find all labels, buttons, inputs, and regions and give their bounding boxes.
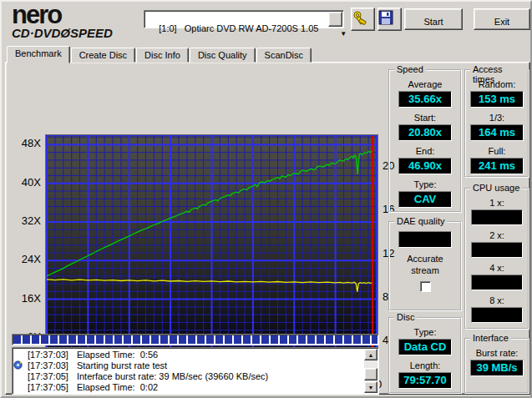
tab-benchmark[interactable]: Benchmark [7, 46, 70, 63]
access-times-group: Access times Random:153 ms1/3:164 msFull… [464, 69, 529, 178]
y-left-tick-label: 24X [6, 253, 41, 265]
drive-select-value: [1:0] Optiarc DVD RW AD-7200S 1.05 [159, 23, 318, 33]
log-text: Starting burst rate test [77, 360, 167, 370]
access_times-field-label: 1/3: [489, 113, 504, 123]
scroll-down-button[interactable]: ▼ [364, 381, 377, 393]
interface-group: Interface Burst rate:39 MB/s [464, 338, 529, 394]
y-left-tick-label: 48X [6, 137, 41, 149]
scrollbar-thumb[interactable] [364, 368, 377, 380]
accurate-stream-label: Accuratestream [390, 253, 460, 276]
nero-logo: nero CD·DVDØSPEED [12, 3, 145, 39]
read-speed-line [47, 150, 372, 276]
tab-create-disc[interactable]: Create Disc [71, 48, 135, 63]
tab-scandisc[interactable]: ScanDisc [256, 48, 312, 63]
log-time: [17:37:03] [28, 360, 68, 370]
cpu_usage-field-value [471, 275, 523, 290]
speed-field-value: 35.66x [398, 91, 452, 108]
speed-field-label: End: [416, 146, 435, 156]
access_times-field-label: Full: [489, 146, 506, 156]
logo-cdspeed-text: CD·DVDØSPEED [12, 27, 145, 39]
access_times-field-label: Random: [479, 79, 516, 89]
speed-field-label: Type: [414, 179, 437, 189]
cpu_usage-field-value [471, 307, 523, 323]
disc-group-title: Disc [394, 312, 417, 322]
interface-field-value: 39 MB/s [470, 360, 524, 376]
speed-field-value: CAV [398, 191, 452, 208]
drive-select-arrow-button[interactable]: ▼ [328, 12, 342, 27]
start-button[interactable]: Start [404, 8, 463, 30]
access_times-field-value: 241 ms [470, 158, 524, 174]
options-button[interactable] [351, 8, 375, 31]
speed-group-title: Speed [394, 64, 426, 74]
log-list: [17:37:03]Elapsed Time: 0:56[17:37:03]St… [13, 349, 364, 393]
disc-group: Disc Type:Data CDLength:79:57.70 [388, 317, 462, 394]
drive-select[interactable]: [1:0] Optiarc DVD RW AD-7200S 1.05 ▼ [144, 10, 344, 28]
accurate-stream-checkbox[interactable] [420, 281, 431, 292]
scroll-up-button[interactable]: ▲ [364, 349, 377, 360]
rotational-speed-line [47, 280, 372, 292]
log-text: Interface burst rate: 39 MB/sec (39660 K… [77, 371, 268, 381]
log-time: [17:37:05] [28, 382, 68, 392]
app-window: nero CD·DVDØSPEED [1:0] Optiarc DVD RW A… [0, 0, 532, 398]
speed-group: Speed Average35.66xStart:20.80xEnd:46.90… [388, 69, 462, 213]
speed-field-value: 20.80x [398, 124, 452, 141]
disc-field-value: 79:57.70 [398, 372, 452, 389]
tab-disc-info[interactable]: Disc Info [136, 48, 189, 63]
benchmark-tab-page: 8X16X24X32X40X48X48121620010203040506070… [5, 62, 530, 395]
tab-disc-quality[interactable]: Disc Quality [190, 48, 256, 63]
access_times-field-value: 153 ms [470, 91, 524, 108]
y-left-tick-label: 40X [6, 176, 41, 189]
cpu_usage-field-label: 8 x: [489, 295, 504, 305]
access_times-field-value: 164 ms [470, 124, 524, 141]
interface-group-title: Interface [470, 333, 511, 343]
log-text: Elapsed Time: 0:02 [77, 382, 158, 392]
log-time: [17:37:05] [28, 371, 68, 381]
cpu_usage-field-label: 2 x: [489, 230, 504, 240]
speed-field-label: Average [408, 79, 443, 89]
cpu-usage-group-title: CPU usage [470, 183, 522, 193]
dae-quality-group: DAE quality Accuratestream [388, 221, 462, 311]
cpu_usage-field-label: 1 x: [489, 198, 504, 208]
cpu_usage-field-label: 4 x: [489, 263, 504, 273]
logo-nero-text: nero [12, 3, 145, 27]
log-text: Elapsed Time: 0:56 [77, 350, 158, 360]
log-test-icon [13, 360, 28, 370]
arrow-down-icon: ▼ [368, 385, 374, 390]
dae-quality-value [398, 231, 452, 248]
cpu-usage-group: CPU usage 1 x:2 x:4 x:8 x: [464, 188, 529, 330]
save-icon [378, 10, 401, 25]
log-scrollbar[interactable]: ▲ ▼ [364, 349, 377, 393]
cpu_usage-field-value [471, 242, 523, 258]
options-icon [352, 10, 374, 27]
log-row[interactable]: [17:37:05]Interface burst rate: 39 MB/se… [13, 370, 364, 381]
cpu_usage-field-value [471, 209, 523, 225]
log-row[interactable]: [17:37:05]Elapsed Time: 0:02 [13, 381, 364, 392]
dae-quality-group-title: DAE quality [394, 216, 447, 226]
tab-strip: BenchmarkCreate DiscDisc InfoDisc Qualit… [7, 45, 312, 63]
progress-bar-fill [13, 335, 377, 344]
chevron-down-icon: ▼ [340, 30, 347, 38]
log-box: [17:37:03]Elapsed Time: 0:56[17:37:03]St… [12, 347, 379, 395]
y-left-tick-label: 16X [6, 292, 41, 305]
log-row[interactable]: [17:37:03]Starting burst rate test [13, 360, 364, 370]
arrow-up-icon: ▲ [368, 352, 374, 358]
benchmark-chart: 8X16X24X32X40X48X48121620010203040506070… [6, 63, 390, 338]
log-row[interactable]: [17:37:03]Elapsed Time: 0:56 [13, 349, 364, 360]
disc-field-label: Length: [410, 360, 441, 370]
progress-bar [12, 334, 379, 345]
speed-field-value: 46.90x [398, 158, 452, 174]
save-button[interactable] [377, 8, 402, 31]
disc-field-value: Data CD [398, 339, 452, 355]
disc-field-label: Type: [414, 327, 437, 337]
log-time: [17:37:03] [28, 350, 68, 360]
y-left-tick-label: 32X [6, 214, 41, 227]
speed-field-label: Start: [414, 113, 436, 123]
exit-button[interactable]: Exit [474, 8, 530, 30]
interface-field-label: Burst rate: [476, 348, 519, 358]
